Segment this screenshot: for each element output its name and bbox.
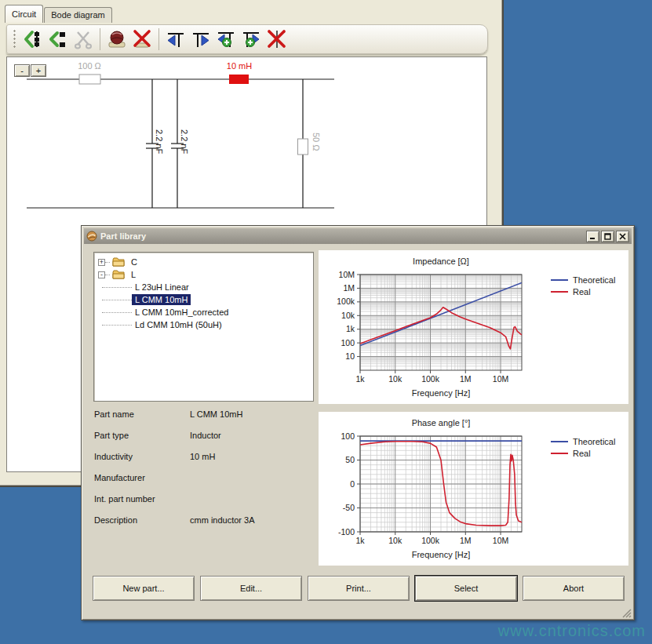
chart-svg: 100500-50-1001k10k100k1M10MPhase angle […: [319, 412, 628, 566]
print-button[interactable]: Print...: [308, 576, 410, 601]
delete-part-icon: [132, 29, 152, 49]
part-library-icon: [86, 231, 97, 242]
delete-probe-button[interactable]: [264, 27, 289, 52]
y-tick-label: 10k: [341, 311, 355, 320]
watermark: www.cntronics.com: [498, 622, 646, 640]
tree-item-label[interactable]: Ld CMM 10mH (50uH): [132, 319, 225, 330]
y-tick-label: 50: [345, 455, 355, 464]
tree-item-l-cmm-10mh[interactable]: L CMM 10mH: [96, 293, 311, 306]
probe-right-icon: [191, 29, 211, 49]
probe-add-right-icon: [241, 29, 261, 49]
tree-connector: [102, 325, 132, 326]
series-resistor-label: 100 Ω: [78, 61, 101, 71]
tree-expander-icon[interactable]: +: [98, 259, 105, 266]
x-tick-label: 10M: [493, 536, 508, 545]
tree-expander-icon[interactable]: -: [98, 271, 105, 278]
x-tick-label: 1k: [355, 536, 365, 545]
toolbar: [6, 24, 488, 54]
toolbar-grip-handle[interactable]: [13, 29, 16, 49]
maximize-button[interactable]: [601, 231, 614, 242]
dialog-button-row: New part...Edit...Print...SelectAbort: [93, 576, 625, 602]
detail-value: 10 mH: [190, 452, 330, 473]
folder-icon: [112, 257, 125, 267]
common-mode-inductor[interactable]: 10 mH: [227, 61, 252, 84]
x-tick-label: 1M: [460, 536, 472, 545]
tree-connector: [102, 287, 132, 288]
tree-connector: [102, 300, 132, 300]
cut-part-button: [71, 27, 96, 52]
legend-label: Theoretical: [573, 275, 615, 285]
ferrite-bead-icon: [107, 29, 127, 49]
tab-circuit[interactable]: Circuit: [5, 5, 43, 23]
x-axis-label: Frequency [Hz]: [412, 388, 471, 398]
x-axis-label: Frequency [Hz]: [412, 550, 471, 559]
insert-parallel-left-icon: [48, 29, 68, 49]
tree-item-label[interactable]: L: [128, 269, 139, 280]
tree-item-l-cmm-10mh-corrected[interactable]: L CMM 10mH_corrected: [96, 306, 311, 318]
y-tick-label: 100: [341, 431, 355, 441]
tree-item-ld-cmm-10mh-50uh[interactable]: Ld CMM 10mH (50uH): [96, 318, 311, 331]
tab-bode-diagram[interactable]: Bode diagram: [44, 7, 112, 23]
detail-value: [190, 494, 330, 515]
probe-add-left-button[interactable]: [213, 27, 239, 52]
detail-value: cmm inductor 3A: [190, 515, 330, 537]
zoom-out-button[interactable]: -: [14, 64, 30, 77]
dialog-titlebar[interactable]: Part library: [84, 228, 632, 244]
toolbar-separator: [100, 28, 100, 50]
detail-label: Description: [94, 515, 190, 537]
resize-grip[interactable]: [621, 607, 632, 617]
tree-folder-c[interactable]: +C: [96, 256, 311, 268]
load-resistor-label: 50 Ω: [311, 133, 321, 151]
detail-row: Int. part number: [94, 494, 330, 515]
minimize-button[interactable]: [586, 231, 599, 242]
new-part-button[interactable]: New part...: [93, 576, 195, 601]
tree-item-l-23uh-linear[interactable]: L 23uH Linear: [96, 281, 311, 293]
y-tick-label: 10: [345, 351, 355, 361]
probe-add-right-button[interactable]: [239, 27, 264, 52]
probe-move-left-button[interactable]: [163, 27, 188, 52]
tree-folder-l[interactable]: -L: [96, 268, 311, 281]
detail-value: [190, 473, 330, 494]
impedance-chart: 10M1M100k10k1k100101k10k100k1M10MImpedan…: [319, 250, 628, 404]
insert-part-before-button[interactable]: [20, 27, 46, 52]
y-tick-label: 100: [341, 338, 355, 347]
capacitor-2[interactable]: 2.2 nF: [171, 129, 189, 154]
probe-move-right-button[interactable]: [188, 27, 213, 52]
x-tick-label: 1k: [355, 374, 365, 384]
zoom-in-button[interactable]: +: [31, 64, 46, 77]
series-resistor[interactable]: 100 Ω: [78, 61, 101, 84]
tree-item-label[interactable]: C: [128, 257, 140, 267]
delete-part-button[interactable]: [129, 27, 155, 52]
ferrite-bead-button[interactable]: [104, 27, 129, 52]
capacitor-1[interactable]: 2.2 nF: [146, 129, 164, 154]
capacitor-1-label: 2.2 nF: [155, 129, 164, 154]
legend-label: Real: [573, 449, 591, 458]
close-button[interactable]: [616, 231, 629, 242]
chart-title: Impedance [Ω]: [413, 257, 469, 266]
tree-item-label[interactable]: L 23uH Linear: [132, 282, 192, 293]
part-tree: +C-LL 23uH LinearL CMM 10mHL CMM 10mH_co…: [93, 252, 314, 402]
detail-row: Descriptioncmm inductor 3A: [94, 515, 330, 537]
tab-bar: Circuit Bode diagram: [5, 5, 112, 23]
detail-row: Part typeInductor: [94, 431, 330, 452]
tree-item-label[interactable]: L CMM 10mH_corrected: [132, 307, 231, 318]
toolbar-separator: [158, 28, 159, 50]
y-tick-label: 0: [350, 479, 355, 489]
probe-add-left-icon: [216, 29, 236, 49]
detail-row: Inductivity10 mH: [94, 452, 330, 473]
detail-label: Manufacturer: [94, 473, 190, 494]
chart-title: Phase angle [°]: [412, 418, 471, 428]
abort-button[interactable]: Abort: [523, 576, 625, 601]
edit-button[interactable]: Edit...: [200, 576, 302, 601]
folder-icon: [112, 270, 125, 279]
load-resistor[interactable]: 50 Ω: [298, 133, 322, 155]
x-tick-label: 100k: [421, 374, 440, 384]
insert-parallel-part-button[interactable]: [46, 27, 71, 52]
detail-row: Part nameL CMM 10mH: [94, 409, 330, 431]
y-tick-label: -50: [343, 503, 355, 512]
tree-item-label[interactable]: L CMM 10mH: [132, 294, 191, 305]
tree-connector: [102, 312, 132, 313]
x-tick-label: 10k: [388, 536, 402, 545]
select-button[interactable]: Select: [415, 576, 517, 601]
capacitor-2-label: 2.2 nF: [180, 129, 189, 154]
